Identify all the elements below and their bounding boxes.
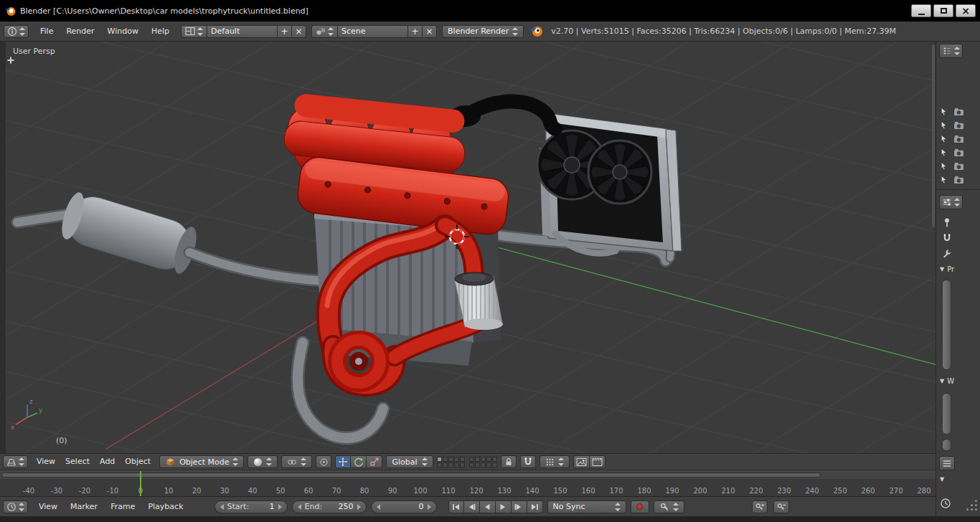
- scene-lock-button[interactable]: [501, 455, 517, 468]
- screen-layout-delete-button[interactable]: ×: [292, 25, 306, 38]
- timeline-ruler[interactable]: -40-30-20-100102030405060708090100110120…: [0, 470, 936, 496]
- playhead[interactable]: [140, 471, 141, 497]
- screen-layout-browse-button[interactable]: [181, 25, 207, 38]
- pivot-point-dropdown[interactable]: [281, 455, 312, 468]
- decrement-arrow-icon[interactable]: [220, 504, 224, 510]
- intake-hose-object[interactable]: [449, 101, 555, 129]
- outliner-row[interactable]: [936, 146, 968, 159]
- viewport-scrollbar[interactable]: [932, 44, 935, 227]
- screen-layout-name-field[interactable]: Default: [207, 25, 278, 38]
- menu-object[interactable]: Object: [120, 454, 156, 470]
- properties-scrollbar[interactable]: [942, 280, 951, 370]
- viewport-shading-dropdown[interactable]: [248, 455, 278, 468]
- selectable-pointer-icon[interactable]: [940, 161, 948, 171]
- editor-type-button-3d-view[interactable]: [3, 455, 28, 468]
- screen-layout-add-button[interactable]: +: [278, 25, 292, 38]
- sync-mode-dropdown[interactable]: No Sync: [547, 500, 626, 513]
- transform-orientation-dropdown[interactable]: Global: [386, 455, 433, 468]
- scene-add-button[interactable]: +: [408, 25, 423, 38]
- layer-toggle[interactable]: [486, 462, 491, 468]
- menu-render[interactable]: Render: [60, 23, 100, 40]
- layer-toggle[interactable]: [475, 457, 480, 462]
- increment-arrow-icon[interactable]: [357, 504, 361, 510]
- decrement-arrow-icon[interactable]: [298, 504, 301, 510]
- delete-keyframe-button[interactable]: [773, 500, 789, 513]
- layer-toggle[interactable]: [481, 457, 486, 462]
- menu-frame[interactable]: Frame: [104, 498, 141, 516]
- opengl-render-image-button[interactable]: [573, 455, 590, 468]
- scene-name-field[interactable]: Scene: [338, 25, 408, 38]
- renderable-camera-icon[interactable]: [953, 162, 964, 171]
- scene-browse-button[interactable]: [311, 25, 338, 38]
- jump-to-start-button[interactable]: [448, 500, 464, 513]
- clock-icon[interactable]: [940, 498, 951, 509]
- decrement-arrow-icon[interactable]: [377, 504, 380, 510]
- renderable-camera-icon[interactable]: [953, 121, 964, 130]
- outliner-row[interactable]: [936, 132, 968, 146]
- mode-dropdown[interactable]: Object Mode: [159, 455, 244, 468]
- ruler-panel-tab[interactable]: ▼: [940, 476, 944, 483]
- insert-keyframe-button[interactable]: [752, 500, 768, 513]
- renderable-camera-icon[interactable]: [953, 176, 964, 184]
- play-button[interactable]: [496, 500, 512, 513]
- menu-view[interactable]: View: [32, 498, 64, 516]
- pin-icon[interactable]: [942, 217, 952, 228]
- layer-toggle[interactable]: [486, 457, 491, 462]
- selectable-pointer-icon[interactable]: [940, 175, 948, 184]
- selectable-pointer-icon[interactable]: [940, 134, 948, 143]
- panel-tab-world[interactable]: ▼ W: [940, 377, 954, 385]
- close-button[interactable]: ×: [956, 4, 976, 17]
- layer-toggle[interactable]: [454, 457, 459, 462]
- region-expand-button[interactable]: [6, 56, 15, 65]
- play-reverse-button[interactable]: [480, 500, 496, 513]
- opengl-render-anim-button[interactable]: [590, 455, 606, 468]
- outliner-row[interactable]: [936, 159, 968, 173]
- header-collapse-button[interactable]: [939, 456, 955, 470]
- window-resize-grip[interactable]: [966, 499, 977, 511]
- menu-marker[interactable]: Marker: [64, 498, 104, 516]
- viewport-canvas[interactable]: x y z (0) User Persp: [6, 42, 936, 453]
- layer-toggle[interactable]: [469, 462, 474, 468]
- menu-playback[interactable]: Playback: [141, 498, 189, 516]
- maximize-button[interactable]: [933, 4, 953, 17]
- frame-end-field[interactable]: End: 250: [292, 500, 367, 513]
- renderable-camera-icon[interactable]: [953, 108, 964, 116]
- scale-manipulator-button[interactable]: [367, 455, 382, 468]
- editor-type-button-timeline[interactable]: [3, 500, 28, 513]
- panel-tab-properties[interactable]: ▼ Pr: [940, 265, 954, 273]
- snap-toggle-button[interactable]: [520, 455, 536, 468]
- layer-toggle[interactable]: [454, 462, 459, 468]
- renderable-camera-icon[interactable]: [953, 135, 964, 143]
- layer-toggle[interactable]: [437, 457, 442, 462]
- window-titlebar[interactable]: Blender [C:\Users\Owner\Desktop\car mode…: [0, 0, 980, 22]
- magnet-icon[interactable]: [942, 232, 952, 244]
- layer-toggle[interactable]: [469, 457, 474, 462]
- frame-start-field[interactable]: Start: 1: [215, 500, 288, 513]
- keying-set-dropdown[interactable]: [654, 500, 684, 513]
- layer-toggle[interactable]: [437, 462, 442, 468]
- layer-toggle[interactable]: [448, 462, 453, 468]
- exhaust-object[interactable]: [11, 189, 344, 283]
- layer-toggle[interactable]: [475, 462, 480, 468]
- layer-toggle[interactable]: [492, 457, 497, 462]
- increment-arrow-icon[interactable]: [428, 504, 431, 510]
- next-keyframe-button[interactable]: [512, 500, 527, 513]
- rotate-manipulator-button[interactable]: [351, 455, 367, 468]
- menu-file[interactable]: File: [34, 23, 60, 40]
- layer-toggle[interactable]: [448, 457, 453, 462]
- collapsed-panel-bar[interactable]: [942, 393, 951, 435]
- editor-type-button-outliner[interactable]: [939, 44, 963, 58]
- layer-toggle[interactable]: [443, 457, 448, 462]
- menu-window[interactable]: Window: [101, 23, 145, 40]
- menu-select[interactable]: Select: [60, 454, 95, 470]
- collapsed-panel-bar[interactable]: [942, 439, 951, 451]
- translate-manipulator-button[interactable]: [335, 455, 351, 468]
- outliner-row[interactable]: [936, 173, 968, 186]
- scene-delete-button[interactable]: ×: [423, 25, 437, 38]
- outliner-row[interactable]: [936, 118, 968, 132]
- layer-toggle[interactable]: [460, 462, 465, 468]
- outliner-row[interactable]: [936, 105, 968, 118]
- layer-toggle[interactable]: [481, 462, 486, 468]
- jump-to-end-button[interactable]: [527, 500, 543, 513]
- selectable-pointer-icon[interactable]: [940, 107, 948, 116]
